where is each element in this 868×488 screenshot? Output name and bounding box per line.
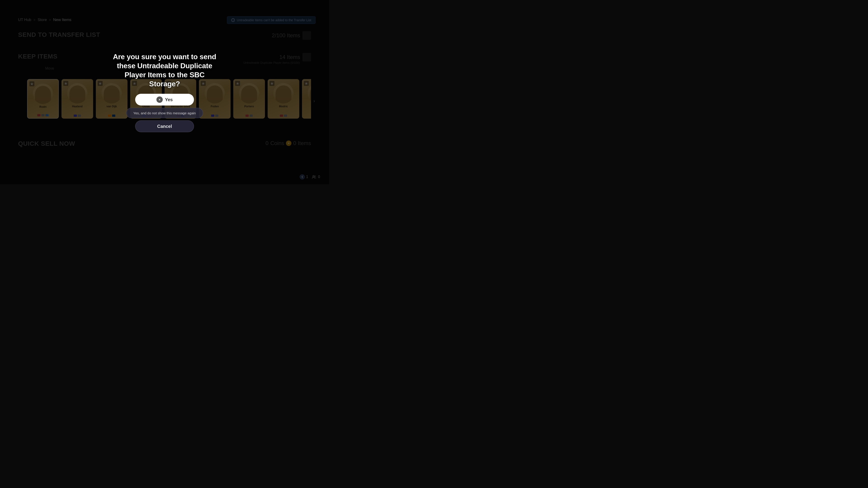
modal-dialog: Are you sure you want to send these Untr… <box>110 52 219 132</box>
cancel-button-label: Cancel <box>157 124 172 129</box>
yes-no-show-label: Yes, and do not show this message again <box>133 111 196 115</box>
yes-no-show-button[interactable]: Yes, and do not show this message again <box>126 108 203 118</box>
modal-title: Are you sure you want to send these Untr… <box>110 52 219 88</box>
yes-button-x-icon: × <box>156 96 163 103</box>
cancel-button[interactable]: Cancel <box>135 121 194 132</box>
yes-button[interactable]: × Yes <box>135 94 194 105</box>
yes-button-label: Yes <box>165 97 173 102</box>
